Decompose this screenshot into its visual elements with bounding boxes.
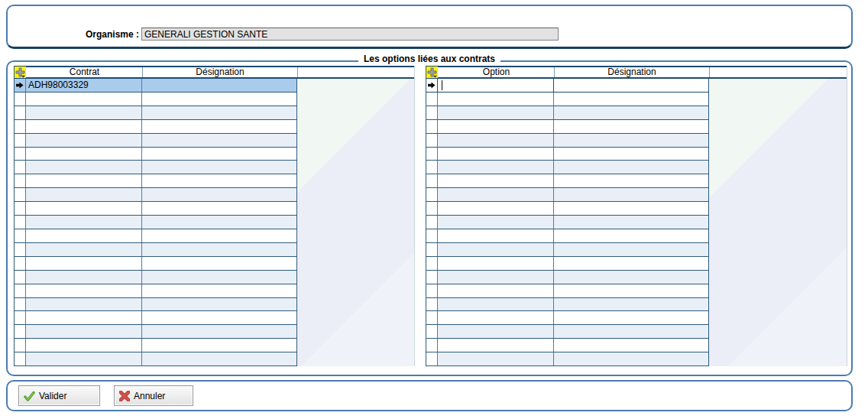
organisme-field[interactable] xyxy=(141,28,559,41)
grid-cell[interactable] xyxy=(554,188,709,201)
grid-cell[interactable] xyxy=(554,174,709,187)
table-row[interactable] xyxy=(15,325,297,339)
grid-cell[interactable] xyxy=(26,106,142,119)
grid-cell[interactable] xyxy=(438,148,554,161)
table-row[interactable] xyxy=(426,298,709,312)
table-row[interactable] xyxy=(15,339,297,352)
grid-cell[interactable] xyxy=(438,134,554,147)
add-row-button[interactable] xyxy=(426,67,439,77)
table-row[interactable] xyxy=(426,134,709,148)
grid-cell[interactable] xyxy=(142,257,297,270)
table-row[interactable] xyxy=(426,174,709,188)
table-row[interactable] xyxy=(15,93,297,106)
grid-cell[interactable] xyxy=(26,134,142,147)
table-row[interactable] xyxy=(426,216,709,229)
grid-cell[interactable] xyxy=(26,120,142,133)
grid-cell[interactable] xyxy=(438,257,554,270)
grid-cell[interactable] xyxy=(26,188,142,201)
table-row[interactable] xyxy=(15,229,297,243)
table-row[interactable] xyxy=(426,229,709,243)
grid-cell[interactable] xyxy=(554,325,709,338)
grid-cell[interactable] xyxy=(438,298,554,311)
add-row-button[interactable] xyxy=(15,67,27,77)
grid-cell[interactable] xyxy=(438,271,554,284)
grid-cell[interactable] xyxy=(438,174,554,187)
grid-cell[interactable] xyxy=(26,161,142,174)
grid-cell[interactable] xyxy=(142,148,297,161)
column-header-designation[interactable]: Désignation xyxy=(555,67,710,77)
grid-cell[interactable] xyxy=(26,202,142,215)
table-row[interactable] xyxy=(15,352,297,366)
grid-cell[interactable] xyxy=(554,339,709,352)
grid-cell[interactable] xyxy=(26,352,142,365)
grid-cell[interactable] xyxy=(554,106,709,119)
table-row[interactable] xyxy=(426,148,709,161)
grid-cell[interactable] xyxy=(438,202,554,215)
grid-cell[interactable] xyxy=(142,216,297,229)
table-row[interactable] xyxy=(426,257,709,271)
grid-cell[interactable] xyxy=(438,339,554,352)
column-header-option[interactable]: Option xyxy=(439,67,555,77)
grid-cell[interactable] xyxy=(554,79,709,92)
table-row[interactable]: ADH98003329 xyxy=(15,79,297,93)
grid-cell[interactable] xyxy=(26,216,142,229)
grid-cell[interactable] xyxy=(554,134,709,147)
grid-cell[interactable] xyxy=(438,352,554,365)
table-row[interactable] xyxy=(15,216,297,229)
grid-cell[interactable] xyxy=(142,243,297,256)
grid-cell[interactable] xyxy=(438,325,554,338)
grid-cell[interactable] xyxy=(438,243,554,256)
grid-cell[interactable] xyxy=(26,298,142,311)
table-row[interactable] xyxy=(426,161,709,174)
table-row[interactable] xyxy=(15,257,297,271)
grid-cell[interactable] xyxy=(438,120,554,133)
grid-cell[interactable] xyxy=(554,216,709,229)
table-row[interactable] xyxy=(15,174,297,188)
grid-cell[interactable] xyxy=(142,188,297,201)
grid-cell[interactable] xyxy=(142,79,297,92)
grid-cell[interactable] xyxy=(26,243,142,256)
table-row[interactable] xyxy=(426,106,709,120)
grid-cell[interactable] xyxy=(142,161,297,174)
grid-cell[interactable]: ADH98003329 xyxy=(26,79,142,92)
grid-cell[interactable] xyxy=(142,325,297,338)
grid-cell[interactable] xyxy=(438,93,554,106)
table-row[interactable] xyxy=(426,93,709,106)
grid-cell[interactable] xyxy=(554,161,709,174)
grid-cell[interactable] xyxy=(142,93,297,106)
grid-cell[interactable] xyxy=(554,311,709,324)
grid-cell[interactable] xyxy=(26,284,142,297)
table-row[interactable] xyxy=(426,311,709,325)
table-row[interactable] xyxy=(426,120,709,134)
grid-cell[interactable] xyxy=(554,243,709,256)
grid-cell[interactable] xyxy=(554,284,709,297)
table-row[interactable] xyxy=(426,284,709,298)
table-row[interactable] xyxy=(15,161,297,174)
table-row[interactable] xyxy=(15,298,297,312)
grid-cell[interactable] xyxy=(26,339,142,352)
grid-cell[interactable] xyxy=(554,271,709,284)
table-row[interactable] xyxy=(426,339,709,352)
valider-button[interactable]: Valider xyxy=(18,385,100,406)
table-row[interactable] xyxy=(426,188,709,202)
grid-cell[interactable] xyxy=(142,311,297,324)
table-row[interactable] xyxy=(426,243,709,257)
table-row[interactable] xyxy=(15,284,297,298)
grid-cell[interactable] xyxy=(142,352,297,365)
grid-cell[interactable] xyxy=(26,148,142,161)
grid-cell[interactable] xyxy=(554,352,709,365)
grid-cell[interactable] xyxy=(142,271,297,284)
grid-cell[interactable] xyxy=(554,202,709,215)
grid-cell[interactable] xyxy=(142,284,297,297)
column-header-contrat[interactable]: Contrat xyxy=(27,67,143,77)
grid-cell[interactable] xyxy=(142,339,297,352)
table-row[interactable] xyxy=(15,271,297,284)
grid-cell[interactable] xyxy=(438,229,554,242)
table-row[interactable] xyxy=(426,271,709,284)
grid-cell[interactable] xyxy=(554,229,709,242)
grid-cell[interactable] xyxy=(554,148,709,161)
grid-cell[interactable] xyxy=(142,202,297,215)
table-row[interactable] xyxy=(15,243,297,257)
grid-cell[interactable] xyxy=(26,271,142,284)
grid-cell[interactable] xyxy=(142,298,297,311)
